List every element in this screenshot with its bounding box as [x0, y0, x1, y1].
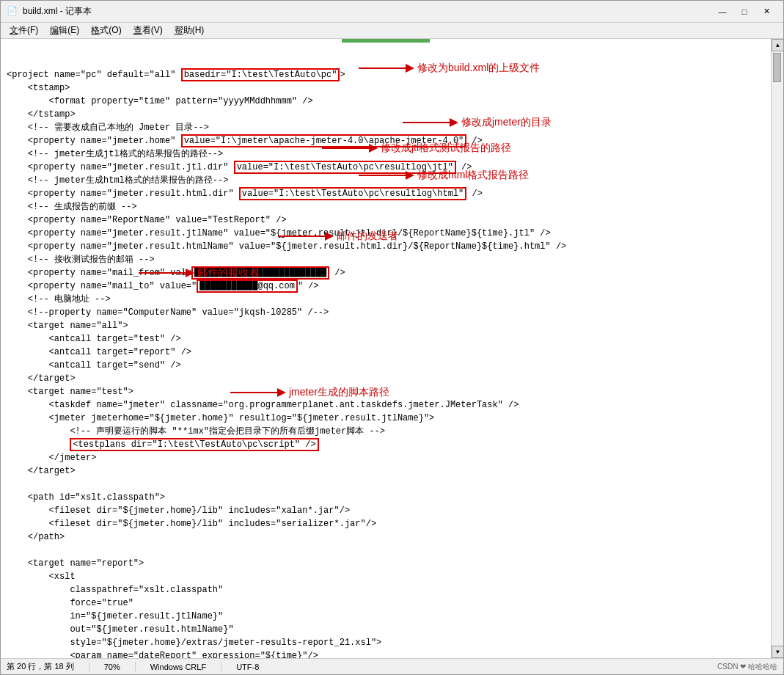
title-bar-text: build.xml - 记事本 — [23, 5, 711, 18]
minimize-button[interactable]: — — [711, 1, 733, 23]
code-text[interactable]: <project name="pc" default="all" basedir… — [7, 42, 765, 658]
window-controls: — □ ✕ — [711, 1, 777, 23]
scroll-down-button[interactable]: ▼ — [772, 646, 783, 658]
menu-edit[interactable]: 编辑(E) — [44, 23, 85, 38]
line-ending: Windows CRLF — [150, 663, 206, 671]
app-icon: 📄 — [7, 6, 18, 18]
cursor-position: 第 20 行，第 18 列 — [7, 661, 74, 672]
main-window: 📄 build.xml - 记事本 — □ ✕ 文件(F) 编辑(E) 格式(O… — [0, 0, 784, 675]
menu-view[interactable]: 查看(V) — [128, 23, 169, 38]
status-sep-3 — [221, 662, 221, 672]
scroll-thumb[interactable] — [773, 53, 781, 82]
watermark: CSDN ❤ 哈哈哈哈 — [717, 662, 777, 672]
editor-wrapper: <project name="pc" default="all" basedir… — [1, 39, 771, 658]
file-encoding: UTF-8 — [236, 663, 259, 671]
progress-bar — [342, 39, 430, 43]
vertical-scrollbar[interactable]: ▲ ▼ — [771, 39, 783, 658]
scroll-track[interactable] — [772, 51, 783, 646]
close-button[interactable]: ✕ — [755, 1, 777, 23]
menu-format[interactable]: 格式(O) — [85, 23, 127, 38]
zoom-level: 70% — [104, 663, 120, 671]
maximize-button[interactable]: □ — [733, 1, 755, 23]
title-bar: 📄 build.xml - 记事本 — □ ✕ — [1, 1, 783, 23]
menu-file[interactable]: 文件(F) — [4, 23, 44, 38]
status-bar: 第 20 行，第 18 列 70% Windows CRLF UTF-8 CSD… — [1, 658, 783, 674]
status-sep-1 — [89, 662, 89, 672]
content-area: <project name="pc" default="all" basedir… — [1, 39, 783, 658]
scroll-up-button[interactable]: ▲ — [772, 39, 783, 51]
editor[interactable]: <project name="pc" default="all" basedir… — [1, 39, 771, 658]
menu-help[interactable]: 帮助(H) — [169, 23, 210, 38]
code-container: <project name="pc" default="all" basedir… — [7, 42, 765, 658]
menu-bar: 文件(F) 编辑(E) 格式(O) 查看(V) 帮助(H) — [1, 23, 783, 39]
status-sep-2 — [135, 662, 136, 672]
